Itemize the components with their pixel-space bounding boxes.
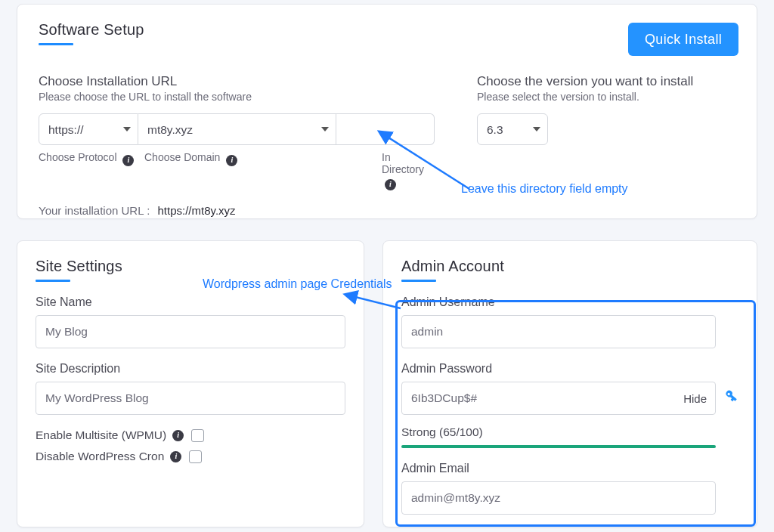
- site-name-label: Site Name: [36, 295, 345, 309]
- admin-pass-wrap: Hide: [401, 382, 716, 415]
- admin-user-input[interactable]: [401, 315, 716, 348]
- password-strength-bar: [401, 445, 716, 448]
- cron-checkbox[interactable]: [189, 450, 202, 463]
- version-section: Choose the version you want to install P…: [477, 74, 749, 145]
- info-icon[interactable]: [172, 430, 184, 441]
- install-url-sub: Please choose the URL to install the sof…: [39, 91, 462, 103]
- version-heading: Choose the version you want to install: [477, 74, 749, 89]
- password-strength-label: Strong (65/100): [401, 425, 716, 439]
- domain-select-wrap: mt8y.xyz: [138, 113, 336, 145]
- info-icon[interactable]: [122, 155, 134, 166]
- section-title-site-settings: Site Settings: [36, 258, 122, 281]
- admin-pass-input[interactable]: [401, 382, 716, 415]
- domain-select[interactable]: mt8y.xyz: [138, 113, 336, 145]
- cron-row: Disable WordPress Cron: [36, 450, 345, 463]
- domain-mini-label: Choose Domain: [144, 151, 339, 190]
- site-name-input[interactable]: [36, 315, 345, 348]
- directory-mini-label: In Directory: [339, 151, 423, 190]
- info-icon[interactable]: [226, 155, 237, 166]
- multisite-label: Enable Multisite (WPMU): [36, 428, 166, 442]
- hide-password-toggle[interactable]: Hide: [683, 392, 707, 405]
- directory-input[interactable]: [336, 113, 435, 145]
- section-title-software-setup: Software Setup: [39, 21, 144, 45]
- install-url-inputs: https:// mt8y.xyz: [39, 113, 462, 145]
- section-title-admin: Admin Account: [401, 258, 504, 281]
- protocol-select-wrap: https://: [39, 113, 138, 145]
- multisite-checkbox[interactable]: [191, 429, 204, 442]
- version-select[interactable]: 6.3: [477, 113, 548, 145]
- version-select-wrap: 6.3: [477, 113, 548, 145]
- installation-url-line: Your installation URL : https://mt8y.xyz: [39, 204, 462, 217]
- site-desc-input[interactable]: [36, 382, 345, 415]
- site-desc-label: Site Description: [36, 362, 345, 376]
- protocol-mini-label: Choose Protocol: [39, 151, 144, 190]
- cron-label: Disable WordPress Cron: [36, 450, 164, 463]
- admin-user-label: Admin Username: [401, 295, 716, 309]
- install-url-mini-labels: Choose Protocol Choose Domain In Directo…: [39, 151, 462, 190]
- admin-email-label: Admin Email: [401, 462, 716, 475]
- site-settings-card: Site Settings Site Name Site Description…: [17, 240, 364, 527]
- admin-account-card: Admin Account Admin Username Admin Passw…: [382, 240, 757, 527]
- quick-install-button[interactable]: Quick Install: [628, 23, 738, 56]
- software-setup-card: Software Setup Quick Install Choose Inst…: [17, 4, 757, 219]
- multisite-row: Enable Multisite (WPMU): [36, 428, 345, 442]
- admin-pass-label: Admin Password: [401, 362, 716, 376]
- info-icon[interactable]: [170, 451, 181, 462]
- installation-url-value: https://mt8y.xyz: [157, 204, 235, 217]
- protocol-select[interactable]: https://: [39, 113, 138, 145]
- version-sub: Please select the version to install.: [477, 91, 749, 103]
- install-url-section: Choose Installation URL Please choose th…: [39, 74, 462, 217]
- install-url-heading: Choose Installation URL: [39, 74, 462, 89]
- key-icon[interactable]: [718, 386, 741, 410]
- info-icon[interactable]: [385, 179, 396, 190]
- admin-email-input[interactable]: [401, 481, 716, 515]
